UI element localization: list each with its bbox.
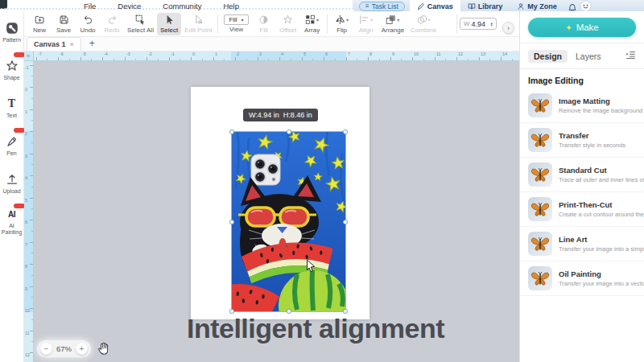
- canvas-tabbar: Canvas 1 × +: [24, 37, 519, 51]
- sidebar-item-label: AI Painting: [0, 223, 24, 235]
- ruler-tick: [135, 59, 136, 60]
- notification-bell-icon[interactable]: [568, 2, 577, 11]
- sidebar-item-text[interactable]: TText: [0, 90, 24, 125]
- ruler-tick: [489, 59, 490, 60]
- butterfly-thumbnail: [528, 162, 552, 187]
- zoom-out-button[interactable]: −: [40, 343, 52, 355]
- ruler-label: -2: [148, 52, 152, 56]
- task-list-label: Task List: [372, 2, 398, 10]
- ruler-tick: [423, 59, 424, 60]
- upload-icon: [6, 173, 19, 187]
- ruler-tick: [31, 98, 33, 99]
- menu-help[interactable]: Help: [223, 2, 239, 10]
- toolbar-button-arrange[interactable]: ▾Arrange: [378, 13, 407, 35]
- panel-item-image-matting[interactable]: Image MattingRemove the image background…: [520, 88, 644, 123]
- width-field[interactable]: W ▴▾: [460, 18, 497, 30]
- zoom-in-button[interactable]: +: [76, 343, 88, 355]
- ruler-label: 0: [192, 52, 195, 56]
- ruler-label: 9: [25, 287, 27, 291]
- ruler-tick: [390, 57, 391, 60]
- canvas-tab[interactable]: Canvas 1 ×: [27, 37, 81, 51]
- width-input[interactable]: [471, 20, 489, 28]
- panel-tabs: DesignLayers: [520, 43, 644, 68]
- ruler-tick: [468, 59, 469, 60]
- save-icon: [59, 14, 69, 26]
- size-tooltip: W:4.94 in H:8.46 in: [243, 109, 318, 121]
- ruler-tick: [180, 59, 180, 60]
- menu-device[interactable]: Device: [118, 2, 141, 10]
- panel-item-standard-cut[interactable]: Standard CutTrace all outer and inner li…: [520, 158, 644, 192]
- toolbar-button-label: Edit Point: [184, 27, 212, 34]
- panel-item-print-then-cut[interactable]: Print-Then-CutCreate a cut contour aroun…: [520, 192, 644, 227]
- sidebar-item-pattern[interactable]: Pattern: [0, 14, 24, 50]
- phone-camera-cutout: [251, 154, 280, 185]
- panel-item-text: Print-Then-CutCreate a cut contour aroun…: [559, 200, 644, 218]
- panel-item-desc: Transfer your image into a vector imag..…: [559, 280, 644, 287]
- panel-item-desc: Create a cut contour around the outer ..…: [559, 211, 644, 218]
- toolbar-button-align: ▾Align: [354, 13, 378, 35]
- ruler-tick: [224, 59, 225, 60]
- add-canvas-button[interactable]: +: [89, 39, 95, 48]
- ruler-label: -6: [60, 52, 64, 56]
- ruler-tick: [31, 231, 33, 232]
- collapse-panel-icon[interactable]: [625, 49, 636, 64]
- menu-file[interactable]: File: [84, 2, 96, 10]
- ruler-tick: [30, 154, 33, 154]
- ruler-tick: [346, 57, 347, 60]
- panel-tab-layers[interactable]: Layers: [576, 51, 601, 61]
- make-button-label: Make: [576, 23, 599, 32]
- tab-canvas[interactable]: Canvas: [410, 0, 460, 12]
- cat-watermelon-artwork[interactable]: [231, 131, 346, 312]
- butterfly-thumbnail: [528, 197, 552, 221]
- ruler-label: 5: [303, 52, 306, 56]
- sidebar-item-ai-painting[interactable]: AIAI Painting: [0, 204, 24, 239]
- view-mode-select[interactable]: Fill▾: [224, 14, 248, 25]
- toolbar-button-array[interactable]: ▾Array: [300, 13, 324, 35]
- sidebar-item-pen[interactable]: Pen: [0, 128, 24, 163]
- tool-sidebar: PatternShapeTTextPenUploadAIAI Painting: [0, 11, 24, 362]
- toolbar-button-save[interactable]: Save: [52, 13, 76, 35]
- task-list-button[interactable]: ≡ Task List: [359, 2, 405, 11]
- tab-my-zone[interactable]: My Zone: [510, 0, 564, 12]
- toolbar-button-select[interactable]: Select: [157, 13, 181, 35]
- panel-item-transfer[interactable]: TransferTransfer style in seconds: [520, 123, 644, 158]
- ruler-tick: [456, 57, 457, 60]
- user-avatar[interactable]: [580, 0, 592, 12]
- ruler-tick: [31, 76, 33, 76]
- ruler-tick: [125, 57, 126, 60]
- toolbar-button-label: Select All: [127, 27, 154, 34]
- ruler-tick: [31, 208, 33, 209]
- make-button[interactable]: ✦ Make: [528, 18, 636, 37]
- ruler-tick: [31, 164, 33, 165]
- ruler-tick: [302, 57, 303, 60]
- ruler-tick: [501, 57, 502, 60]
- flip-icon: ▾: [335, 14, 349, 26]
- zoom-level: 67%: [56, 344, 72, 353]
- tab-library[interactable]: Library: [460, 0, 510, 12]
- panel-item-title: Image Matting: [559, 97, 644, 105]
- ruler-tick: [30, 175, 33, 176]
- panel-item-title: Standard Cut: [559, 166, 644, 175]
- ruler-label: 0: [25, 88, 27, 92]
- panel-item-title: Transfer: [559, 131, 644, 140]
- toolbar-group: ▾Flip▾Align▾Arrange▾Combine: [330, 13, 440, 35]
- panel-item-line-art[interactable]: Line ArtTransfer your image into a simpl…: [520, 227, 644, 261]
- offset-icon: [283, 14, 293, 26]
- menu-community[interactable]: Community: [163, 2, 201, 10]
- stepper-icon[interactable]: ▴▾: [490, 22, 493, 27]
- toolbar-button-flip[interactable]: ▾Flip: [330, 13, 354, 35]
- sidebar-item-upload[interactable]: Upload: [0, 166, 24, 201]
- ruler-tick: [158, 59, 159, 60]
- toolbar-button-new[interactable]: New: [27, 13, 52, 35]
- panel-tab-design[interactable]: Design: [528, 50, 568, 63]
- panel-item-oil-painting[interactable]: Oil PaintingTransfer your image into a v…: [520, 261, 644, 296]
- ruler-label: 2: [237, 52, 239, 56]
- sidebar-item-shape[interactable]: Shape: [0, 52, 24, 88]
- expand-toolbar-button[interactable]: ›: [502, 22, 514, 34]
- toolbar-button-view[interactable]: Fill▾View: [221, 13, 251, 35]
- ruler-label: 13: [481, 52, 485, 56]
- close-tab-icon[interactable]: ×: [70, 40, 74, 48]
- file-plus-icon: [35, 14, 45, 26]
- toolbar-button-select-all[interactable]: Select All: [124, 13, 157, 35]
- toolbar-button-undo[interactable]: Undo: [76, 13, 100, 35]
